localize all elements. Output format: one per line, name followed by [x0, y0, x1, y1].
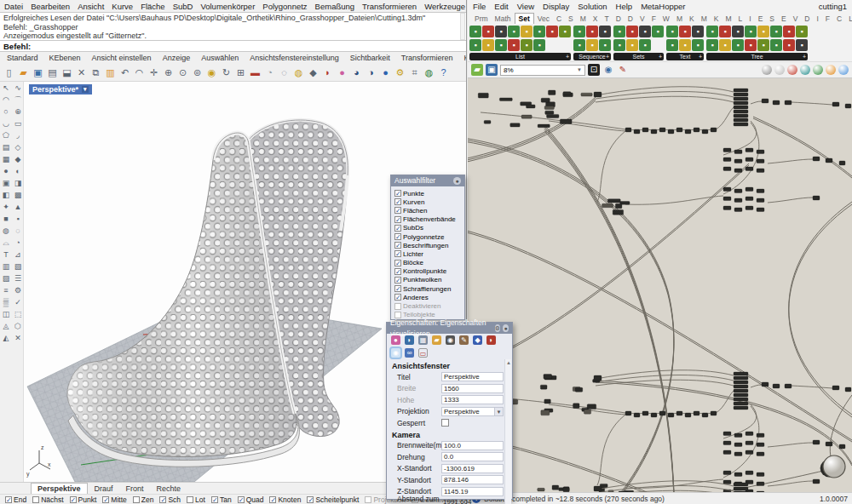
component-icon[interactable]: ▪: [692, 39, 704, 51]
move-icon[interactable]: ✛: [147, 66, 160, 79]
toolbar-tab[interactable]: Sichtbarkeit: [350, 54, 390, 62]
side-tool-icon-7[interactable]: ▭: [12, 117, 24, 129]
shape-icon[interactable]: ◗: [486, 335, 496, 345]
viewport-tab[interactable]: Perspektive: [31, 483, 88, 494]
component-tab-f-27[interactable]: F: [822, 14, 833, 24]
menu-item[interactable]: Polygonnetz: [262, 2, 307, 11]
color-wheel-icon[interactable]: ●: [336, 66, 348, 79]
osnap-toggle[interactable]: Mitte: [102, 495, 126, 504]
folder-icon[interactable]: ▰: [432, 335, 441, 345]
toolbar-tab[interactable]: Auswählen: [201, 54, 239, 62]
expand-icon[interactable]: +: [803, 54, 806, 60]
side-tool-icon-36[interactable]: ▒: [0, 296, 12, 308]
component-tab-d-25[interactable]: D: [801, 14, 813, 24]
component-icon[interactable]: ▪: [573, 39, 585, 51]
component-icon[interactable]: ▪: [626, 26, 638, 37]
display-mode-icon-6[interactable]: [838, 65, 849, 75]
menu-item[interactable]: Help: [616, 2, 633, 11]
side-tool-icon-3[interactable]: ⌒: [12, 94, 24, 106]
menu-item[interactable]: Werkzeuge: [424, 2, 465, 11]
checkbox-icon[interactable]: [394, 225, 401, 232]
side-tool-icon-25[interactable]: ◌: [12, 225, 24, 237]
component-icon[interactable]: ▪: [745, 39, 757, 51]
component-tab-s-22[interactable]: S: [766, 14, 778, 24]
toolbar-tab[interactable]: Ansichtsfenstereinstellung: [250, 54, 339, 62]
component-tab-v-11[interactable]: V: [636, 14, 648, 24]
side-tool-icon-42[interactable]: ◭: [0, 332, 12, 344]
osnap-toggle[interactable]: Zen: [133, 495, 154, 504]
help-icon[interactable]: ?: [437, 66, 450, 79]
side-tool-icon-35[interactable]: ⚙: [12, 284, 24, 296]
component-tab-l-19[interactable]: L: [735, 14, 746, 24]
component-icon[interactable]: ▪: [796, 26, 808, 37]
side-tool-icon-33[interactable]: ☰: [12, 272, 24, 284]
menu-item[interactable]: Bemaßung: [315, 2, 354, 11]
side-tool-icon-2[interactable]: ◠: [0, 94, 12, 106]
focus-extents-icon[interactable]: ⊡: [588, 64, 600, 76]
filter-toggle[interactable]: Blöcke: [394, 259, 461, 267]
osnap-toggle[interactable]: Knoten: [269, 495, 301, 504]
component-icon[interactable]: ▪: [469, 26, 481, 37]
osnap-toggle[interactable]: Tan: [211, 495, 232, 504]
menu-item[interactable]: Kurve: [112, 2, 133, 11]
side-tool-icon-22[interactable]: ■: [0, 213, 12, 225]
display-mode-icon-0[interactable]: [762, 65, 772, 75]
side-tool-icon-4[interactable]: ○: [0, 106, 12, 117]
filter-toggle[interactable]: Kontrollpunkte: [394, 267, 461, 276]
checkbox-icon[interactable]: [70, 496, 77, 503]
pan-icon[interactable]: ◠: [133, 66, 146, 79]
component-icon[interactable]: ▪: [482, 26, 494, 37]
expand-icon[interactable]: +: [659, 54, 662, 60]
close-icon[interactable]: ●: [503, 324, 509, 332]
cut-icon[interactable]: ✕: [75, 66, 88, 79]
filter-toggle[interactable]: Deaktivieren: [394, 301, 461, 310]
property-checkbox[interactable]: [441, 419, 449, 427]
side-tool-icon-30[interactable]: ▥: [0, 261, 12, 272]
menu-item[interactable]: Display: [543, 2, 569, 11]
side-tool-icon-43[interactable]: ✕: [12, 332, 24, 344]
component-icon[interactable]: ▪: [495, 39, 507, 51]
filter-toggle[interactable]: Punktwolken: [394, 276, 461, 284]
menu-item[interactable]: View: [517, 2, 534, 11]
checkbox-icon[interactable]: [5, 496, 12, 503]
toolbar-tab[interactable]: Kurven: [463, 54, 466, 62]
viewport-label[interactable]: Perspektive* ▾: [29, 84, 92, 94]
paste-icon[interactable]: ▥: [104, 66, 117, 79]
side-tool-icon-16[interactable]: ▣: [0, 177, 12, 189]
component-icon[interactable]: ▪: [706, 39, 718, 51]
display-mode-icon-3[interactable]: [800, 65, 810, 75]
component-tab-e-21[interactable]: E: [755, 14, 767, 24]
property-value[interactable]: Perspektive: [441, 372, 504, 381]
osnap-toggle[interactable]: Sch: [159, 495, 181, 504]
display-mode-icon-1[interactable]: [774, 65, 785, 75]
component-icon[interactable]: ▪: [719, 39, 731, 51]
side-tool-icon-14[interactable]: ●: [0, 165, 12, 177]
checkbox-icon[interactable]: [394, 242, 401, 249]
side-tool-icon-12[interactable]: ▦: [0, 153, 12, 165]
export-icon[interactable]: ⬓: [60, 66, 73, 79]
checkbox-icon[interactable]: [394, 294, 401, 301]
checkbox-icon[interactable]: [394, 268, 401, 275]
component-icon[interactable]: ▪: [533, 39, 545, 51]
component-icon[interactable]: ▪: [626, 39, 638, 51]
side-tool-icon-6[interactable]: ◡: [0, 117, 12, 129]
side-tool-icon-9[interactable]: ◞: [12, 129, 24, 141]
checkbox-icon[interactable]: [307, 496, 314, 503]
grasshopper-canvas[interactable]: [468, 78, 852, 492]
group-label-sequence[interactable]: Sequence+: [573, 53, 611, 60]
component-icon[interactable]: ▪: [469, 39, 481, 51]
osnap-toggle[interactable]: Nächst: [32, 495, 63, 504]
component-tab-k-17[interactable]: K: [711, 14, 722, 24]
side-tool-icon-24[interactable]: ◍: [0, 225, 12, 237]
component-icon[interactable]: ▪: [679, 26, 691, 37]
side-tool-icon-19[interactable]: ▩: [12, 189, 24, 201]
bell-icon[interactable]: ◆: [473, 335, 482, 345]
filter-toggle[interactable]: Lichter: [394, 249, 461, 258]
filter-toggle[interactable]: Punkte: [394, 189, 461, 198]
checkbox-icon[interactable]: [32, 496, 39, 503]
component-tab-math-1[interactable]: Math: [492, 14, 515, 24]
zoom-extents-icon[interactable]: ◉: [205, 66, 218, 79]
side-tool-icon-11[interactable]: ◇: [12, 141, 24, 153]
checkbox-icon[interactable]: [394, 303, 401, 310]
side-tool-icon-38[interactable]: ◫: [0, 308, 12, 320]
